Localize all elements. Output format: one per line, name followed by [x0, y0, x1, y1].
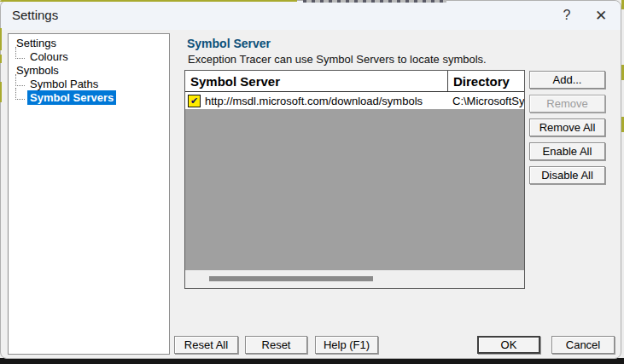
edge-artifact [0, 0, 297, 2]
enable-all-button[interactable]: Enable All [529, 142, 605, 160]
help-button[interactable]: Help (F1) [315, 336, 378, 354]
server-cell: ✔ http://msdl.microsoft.com/download/sym… [185, 95, 447, 107]
table-empty-area [185, 109, 524, 253]
tree-item-symbol-servers[interactable]: Symbol Servers [9, 90, 169, 104]
tree-item-symbol-paths[interactable]: Symbol Paths [9, 77, 169, 90]
reset-button[interactable]: Reset [245, 336, 307, 354]
table-header-row: Symbol Server Directory [185, 71, 524, 92]
column-header-symbol-server[interactable]: Symbol Server [185, 74, 447, 89]
tree-connector-icon [15, 74, 25, 86]
cancel-button[interactable]: Cancel [551, 336, 615, 354]
tree-item-symbols[interactable]: Symbols [9, 63, 169, 77]
add-button[interactable]: Add... [529, 71, 605, 89]
tree-item-label-selected: Symbol Servers [27, 90, 116, 105]
edge-artifact [303, 0, 446, 3]
edge-artifact [0, 28, 2, 50]
window-title: Settings [12, 8, 58, 22]
server-url: http://msdl.microsoft.com/download/symbo… [205, 95, 423, 107]
close-icon[interactable]: ✕ [588, 5, 614, 26]
help-icon[interactable]: ? [554, 5, 580, 26]
tree-item-label: Symbol Paths [27, 77, 101, 91]
tree-connector-icon [15, 88, 25, 100]
table-row[interactable]: ✔ http://msdl.microsoft.com/download/sym… [185, 92, 524, 109]
tree-item-label: Colours [27, 49, 71, 64]
disable-all-button[interactable]: Disable All [529, 166, 605, 184]
directory-cell: C:\MicrosoftSym [447, 95, 524, 107]
horizontal-scrollbar[interactable] [185, 270, 524, 288]
remove-all-button[interactable]: Remove All [529, 118, 605, 136]
tree-connector-icon [15, 47, 25, 59]
ok-button[interactable]: OK [477, 336, 540, 354]
symbol-server-table: Symbol Server Directory ✔ http://msdl.mi… [184, 70, 525, 289]
tree-item-settings[interactable]: Settings [9, 36, 169, 49]
column-header-directory[interactable]: Directory [447, 71, 524, 91]
remove-button: Remove [529, 95, 605, 113]
edge-artifact [0, 55, 2, 63]
settings-dialog: Settings ? ✕ Settings Colours Symbols Sy… [0, 0, 621, 359]
page-description: Exception Tracer can use Symbol Servers … [188, 53, 487, 66]
edge-artifact [0, 82, 2, 102]
horizontal-scrollbar-thumb[interactable] [209, 276, 373, 281]
desktop-background [0, 358, 624, 364]
page-title: Symbol Server [187, 37, 271, 50]
enabled-checkbox[interactable]: ✔ [188, 95, 201, 107]
reset-all-button[interactable]: Reset All [174, 336, 238, 354]
settings-tree: Settings Colours Symbols Symbol Paths Sy… [8, 33, 170, 355]
title-bar[interactable]: Settings ? ✕ [1, 1, 621, 30]
tree-item-colours[interactable]: Colours [9, 49, 169, 63]
